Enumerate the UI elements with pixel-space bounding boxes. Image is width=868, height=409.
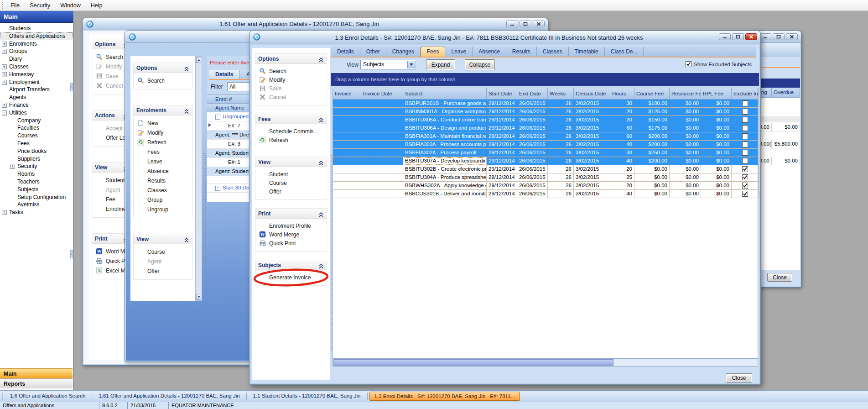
restore-button[interactable] bbox=[520, 21, 531, 27]
tab-fees[interactable]: Fees bbox=[421, 47, 446, 57]
subject-row[interactable]: BSBFIA301A - Maintain financial recor29/… bbox=[333, 132, 758, 141]
panel-item-results[interactable]: Results bbox=[135, 176, 192, 185]
column-overdue[interactable]: Overdue bbox=[772, 88, 800, 97]
enrol-details-titlebar[interactable]: 1.3 Enrol Details - S#: 12001270 BAE, Sa… bbox=[249, 31, 760, 44]
expand-box-icon[interactable]: + bbox=[2, 80, 7, 85]
subject-row[interactable]: BSBITU304A - Produce spreadsheets29/12/2… bbox=[333, 173, 758, 182]
checkbox-checked-icon[interactable] bbox=[742, 174, 748, 180]
tab-results[interactable]: Results bbox=[506, 47, 537, 57]
taskbar-item-1[interactable]: 1.6 Offer and Application Search bbox=[5, 392, 90, 401]
tab-absence[interactable]: Absence bbox=[473, 47, 506, 57]
collapse-chevron-icon[interactable] bbox=[318, 262, 324, 267]
menu-item-file[interactable]: File bbox=[5, 2, 25, 9]
panel-item-refresh[interactable]: Refresh bbox=[135, 137, 192, 147]
close-button[interactable]: Close bbox=[726, 373, 752, 383]
close-button[interactable] bbox=[786, 33, 798, 40]
panel-item-quick-print[interactable]: Quick Print bbox=[257, 239, 327, 247]
menu-item-help[interactable]: Help bbox=[86, 2, 108, 9]
group-by-panel[interactable]: Drag a column header here to group by th… bbox=[331, 73, 759, 86]
horizontal-scrollbar[interactable] bbox=[333, 358, 758, 367]
panel-item-student[interactable]: Student bbox=[257, 170, 327, 178]
sidebar-item-agents[interactable]: Agents bbox=[0, 94, 73, 101]
checkbox-unchecked-icon[interactable] bbox=[742, 133, 748, 139]
sidebar-item-tasks[interactable]: +Tasks bbox=[0, 209, 73, 216]
panel-item-refresh[interactable]: Refresh bbox=[257, 136, 327, 144]
restore-button[interactable] bbox=[773, 33, 785, 40]
minimize-button[interactable] bbox=[759, 33, 771, 40]
splitter-grip-icon[interactable]: ‹ bbox=[70, 83, 73, 91]
sidebar-item-employment[interactable]: +Employment bbox=[0, 79, 73, 86]
expand-box-icon[interactable]: + bbox=[2, 72, 7, 77]
panel-item-offer[interactable]: Offer bbox=[135, 266, 192, 276]
panel-item-fees[interactable]: Fees bbox=[135, 147, 192, 157]
sidebar-item-airport-transfers[interactable]: Airport Transfers bbox=[0, 86, 73, 94]
sidebar-item-students[interactable]: Students bbox=[0, 25, 73, 32]
panel-scrollbar[interactable] bbox=[195, 56, 202, 301]
sidebar-item-subjects[interactable]: Subjects bbox=[0, 186, 73, 194]
subject-row[interactable]: BSBFIA302A - Process payroll29/12/201426… bbox=[333, 149, 758, 157]
panel-item-save[interactable]: Save bbox=[257, 84, 327, 93]
checkbox-unchecked-icon[interactable] bbox=[742, 100, 748, 106]
panel-item-new[interactable]: New bbox=[135, 118, 192, 128]
sidebar-item-setup-configuration[interactable]: Setup Configuration bbox=[0, 194, 73, 201]
scroll-down-icon[interactable] bbox=[196, 294, 201, 300]
panel-item-course[interactable]: Course bbox=[135, 247, 192, 257]
scroll-up-icon[interactable] bbox=[196, 57, 201, 63]
column-resource-fe[interactable]: Resource Fe bbox=[670, 88, 701, 99]
sidebar-item-company[interactable]: Company bbox=[0, 117, 73, 125]
collapse-box-icon[interactable]: − bbox=[215, 115, 220, 120]
chevron-down-icon[interactable] bbox=[407, 61, 415, 68]
panel-item-modify[interactable]: Modify bbox=[257, 75, 327, 84]
subject-row[interactable]: BSBWHS302A - Apply knowledge of W29/12/2… bbox=[333, 182, 758, 190]
sidebar-item-faculties[interactable]: Faculties bbox=[0, 124, 73, 132]
expand-box-icon[interactable]: + bbox=[2, 49, 7, 54]
sidebar-item-rooms[interactable]: Rooms bbox=[0, 170, 73, 178]
tab-details[interactable]: Details bbox=[209, 70, 240, 79]
tab-changes[interactable]: Changes bbox=[386, 47, 421, 57]
tab-other[interactable]: Other bbox=[360, 47, 386, 57]
panel-item-leave[interactable]: Leave bbox=[135, 157, 192, 166]
expand-box-icon[interactable]: + bbox=[215, 186, 220, 191]
panel-item-agent[interactable]: Agent bbox=[135, 257, 192, 266]
column-exclude-from-e[interactable]: Exclude from E bbox=[732, 88, 759, 99]
tab-details[interactable]: Details bbox=[331, 47, 360, 57]
checkbox-checked-icon[interactable] bbox=[742, 183, 748, 189]
expand-button[interactable]: Expand bbox=[426, 59, 455, 70]
collapse-chevron-icon[interactable] bbox=[184, 108, 189, 113]
collapse-chevron-icon[interactable] bbox=[184, 65, 189, 70]
collapse-box-icon[interactable]: − bbox=[2, 110, 7, 115]
checkbox-unchecked-icon[interactable] bbox=[742, 142, 748, 147]
sidebar-item-finance[interactable]: +Finance bbox=[0, 101, 73, 109]
tab-class-de[interactable]: Class De... bbox=[605, 47, 644, 57]
subject-row[interactable]: BSBITU302B - Create electronic prese29/1… bbox=[333, 165, 758, 173]
panel-item-classes[interactable]: Classes bbox=[135, 185, 192, 195]
checkbox-checked-icon[interactable] bbox=[686, 61, 691, 67]
menu-item-window[interactable]: Window bbox=[55, 2, 85, 9]
column-weeks[interactable]: Weeks bbox=[548, 88, 574, 99]
sidebar-section-main[interactable]: Main bbox=[0, 368, 73, 378]
view-dropdown[interactable]: Subjects bbox=[360, 60, 416, 69]
expand-box-icon[interactable]: + bbox=[2, 210, 7, 215]
minimize-button[interactable] bbox=[719, 33, 731, 40]
tab-classes[interactable]: Classes bbox=[537, 47, 569, 57]
sidebar-item-groups[interactable]: +Groups bbox=[0, 47, 73, 55]
menu-item-security[interactable]: Security bbox=[25, 2, 55, 9]
subject-row[interactable]: BSBFIA303A - Process accounts paya29/12/… bbox=[333, 141, 758, 149]
checkbox-unchecked-icon[interactable] bbox=[742, 117, 748, 123]
taskbar-item-4[interactable]: 1.3 Enrol Details - S#: 12001270 BAE, Sa… bbox=[369, 392, 520, 401]
checkbox-checked-icon[interactable] bbox=[742, 191, 748, 197]
minimize-button[interactable] bbox=[506, 21, 518, 27]
close-button[interactable] bbox=[533, 21, 545, 27]
collapse-chevron-icon[interactable] bbox=[184, 236, 189, 241]
tab-leave[interactable]: Leave bbox=[445, 47, 473, 57]
expand-box-icon[interactable]: + bbox=[2, 103, 7, 108]
expand-box-icon[interactable]: + bbox=[2, 64, 7, 69]
column-rpl-fee[interactable]: RPL Fee bbox=[701, 88, 732, 99]
sidebar-item-enrolments[interactable]: +Enrolments bbox=[0, 40, 73, 48]
collapse-button[interactable]: Collapse bbox=[465, 59, 495, 70]
panel-item-schedule-commis[interactable]: Schedule Commis... bbox=[257, 127, 327, 136]
panel-item-course[interactable]: Course bbox=[257, 178, 327, 187]
offer-window-titlebar[interactable]: 1.61 Offer and Application Details - 120… bbox=[83, 18, 548, 30]
sidebar-item-homestay[interactable]: +Homestay bbox=[0, 71, 73, 79]
show-excluded-checkbox[interactable]: Show Excluded Subjects bbox=[686, 61, 752, 67]
